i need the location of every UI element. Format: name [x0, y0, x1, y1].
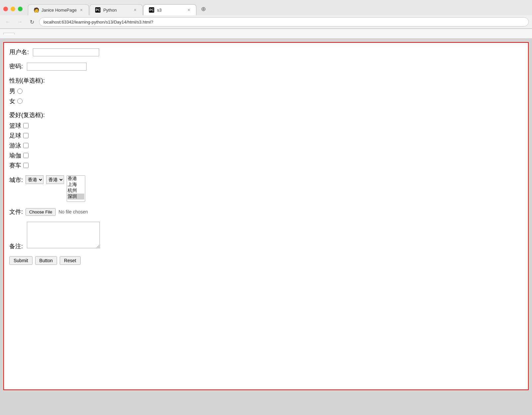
browser-chrome: 🧑 Janice HomePage × PC Python × PC s3 × …	[0, 0, 532, 29]
password-label: 密码:	[9, 62, 23, 70]
city-controls: 城市: 香港 上海 杭州 深圳 香港 上海 杭州 深圳 香港 上海 杭州 深圳	[9, 175, 523, 202]
file-row: 文件: Choose File No file chosen	[9, 208, 523, 216]
hobby-label: 爱好(复选框):	[9, 111, 523, 119]
hobby-basketball-checkbox[interactable]	[23, 123, 29, 128]
username-label: 用户名:	[9, 48, 29, 56]
hobby-yoga-checkbox[interactable]	[23, 153, 29, 158]
hobby-yoga-row: 瑜伽	[9, 151, 523, 159]
hobby-swimming-label: 游泳	[9, 142, 21, 149]
hobby-racing-label: 赛车	[9, 161, 21, 169]
page-content: 用户名: 密码: 性别(单选框): 男 女 爱好(复选框): 篮球 足球 游泳	[3, 42, 529, 390]
tab-s3-label: s3	[157, 8, 162, 13]
back-btn[interactable]: ←	[3, 17, 13, 27]
new-tab-btn[interactable]: ⊕	[197, 3, 210, 15]
hobby-basketball-row: 篮球	[9, 122, 523, 130]
city-listbox[interactable]: 香港 上海 杭州 深圳	[67, 175, 85, 202]
male-radio[interactable]	[17, 89, 23, 94]
janice-tab-icon: 🧑	[33, 7, 39, 13]
button-btn[interactable]: Button	[35, 256, 57, 265]
hobby-row: 爱好(复选框): 篮球 足球 游泳 瑜伽 赛车	[9, 111, 523, 169]
submit-row: Submit Button Reset	[9, 256, 523, 265]
female-label: 女	[9, 97, 15, 105]
hobby-yoga-label: 瑜伽	[9, 151, 21, 159]
gender-female-row: 女	[9, 97, 523, 105]
password-row: 密码:	[9, 62, 523, 71]
tab-python[interactable]: PC Python ×	[90, 4, 143, 15]
file-no-chosen-text: No file chosen	[58, 209, 88, 214]
username-row: 用户名:	[9, 48, 523, 56]
s3-tab-icon: PC	[149, 7, 154, 13]
close-btn[interactable]	[3, 7, 8, 11]
hobby-football-row: 足球	[9, 132, 523, 140]
minimize-btn[interactable]	[11, 7, 15, 11]
submit-btn[interactable]: Submit	[9, 256, 33, 265]
reload-btn[interactable]: ↻	[27, 17, 36, 27]
tab-janice-close[interactable]: ×	[79, 7, 83, 13]
gender-male-row: 男	[9, 87, 523, 95]
gender-row: 性别(单选框): 男 女	[9, 77, 523, 105]
hobby-football-checkbox[interactable]	[23, 133, 29, 138]
male-label: 男	[9, 87, 15, 95]
username-input[interactable]	[33, 48, 99, 56]
hobby-swimming-checkbox[interactable]	[23, 143, 29, 148]
hobby-racing-row: 赛车	[9, 161, 523, 169]
listbox-option-hz: 杭州	[68, 188, 84, 194]
city-dropdown-2[interactable]: 香港 上海 杭州 深圳	[46, 175, 64, 184]
maximize-btn[interactable]	[18, 7, 23, 11]
title-bar: 🧑 Janice HomePage × PC Python × PC s3 × …	[0, 0, 532, 15]
tab-janice-label: Janice HomePage	[41, 8, 77, 13]
toolbar-area	[0, 29, 532, 39]
listbox-option-sz: 深圳	[68, 194, 84, 200]
tabs-bar: 🧑 Janice HomePage × PC Python × PC s3 × …	[28, 3, 210, 15]
file-label: 文件:	[9, 208, 23, 216]
tab-python-close[interactable]: ×	[133, 7, 137, 13]
file-controls: 文件: Choose File No file chosen	[9, 208, 523, 216]
window-controls	[3, 7, 23, 11]
tab-s3-close[interactable]: ×	[187, 7, 191, 13]
choose-file-btn[interactable]: Choose File	[26, 208, 56, 216]
hobby-basketball-label: 篮球	[9, 122, 21, 130]
hobby-swimming-row: 游泳	[9, 142, 523, 149]
reset-btn[interactable]: Reset	[60, 256, 81, 265]
notes-row: 备注:	[9, 222, 523, 250]
forward-btn[interactable]: →	[15, 17, 25, 27]
python-tab-icon: PC	[95, 7, 100, 13]
tab-janice-homepage[interactable]: 🧑 Janice HomePage ×	[28, 4, 89, 15]
city-label: 城市:	[9, 176, 23, 184]
listbox-option-hk: 香港	[68, 176, 84, 182]
password-input[interactable]	[27, 63, 87, 71]
gender-label: 性别(单选框):	[9, 77, 523, 85]
city-row: 城市: 香港 上海 杭州 深圳 香港 上海 杭州 深圳 香港 上海 杭州 深圳	[9, 175, 523, 202]
female-radio[interactable]	[17, 98, 23, 104]
tab-s3[interactable]: PC s3 ×	[143, 4, 196, 15]
hobby-racing-checkbox[interactable]	[23, 163, 29, 168]
address-input[interactable]	[39, 17, 529, 27]
city-dropdown-1[interactable]: 香港 上海 杭州 深圳	[26, 175, 43, 184]
address-bar: ← → ↻	[0, 15, 532, 29]
toolbar-tab[interactable]	[3, 33, 15, 34]
notes-label: 备注:	[9, 242, 23, 250]
notes-textarea[interactable]	[27, 222, 100, 248]
hobby-football-label: 足球	[9, 132, 21, 140]
listbox-option-sh: 上海	[68, 182, 84, 188]
tab-python-label: Python	[103, 8, 116, 13]
